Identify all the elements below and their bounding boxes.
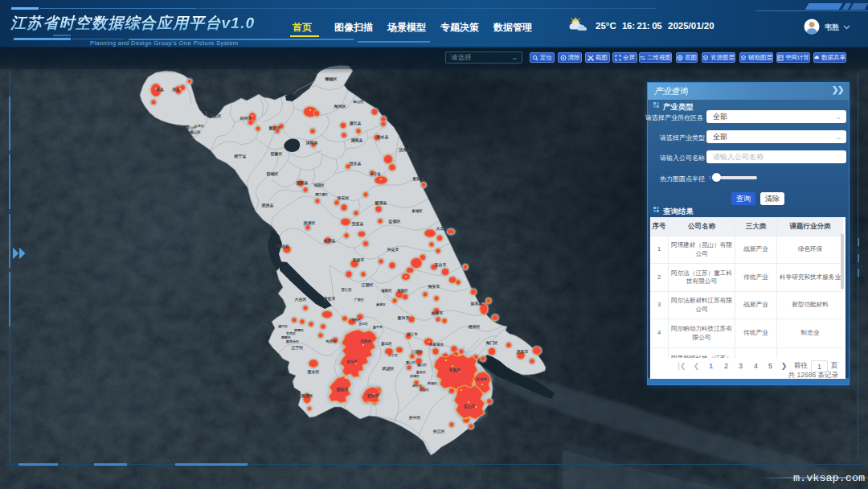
svg-text:如皋市: 如皋市 <box>431 310 444 316</box>
svg-text:邗江区: 邗江区 <box>340 287 352 292</box>
svg-text:贾汪区: 贾汪区 <box>209 113 222 119</box>
svg-text:金坛区: 金坛区 <box>346 359 358 364</box>
svg-text:灌云县: 灌云县 <box>350 121 362 126</box>
svg-text:通州区: 通州区 <box>468 324 481 329</box>
svg-text:海门区: 海门区 <box>485 340 498 346</box>
svg-text:东台市: 东台市 <box>434 262 447 268</box>
svg-text:赣榆区: 赣榆区 <box>325 76 338 82</box>
svg-text:盐都区: 盐都区 <box>388 219 401 224</box>
svg-text:连云区: 连云区 <box>352 99 364 104</box>
svg-text:昆山市: 昆山市 <box>464 404 476 409</box>
svg-text:广陵区: 广陵区 <box>354 298 364 302</box>
svg-text:常熟市: 常熟市 <box>449 368 461 372</box>
svg-text:铜山区: 铜山区 <box>189 129 201 135</box>
svg-text:新沂市: 新沂市 <box>268 125 281 131</box>
svg-text:兴化市: 兴化市 <box>387 247 399 253</box>
svg-text:六合区: 六合区 <box>294 297 307 302</box>
svg-text:泗阳县: 泗阳县 <box>296 180 309 186</box>
svg-text:泰兴市: 泰兴市 <box>397 315 410 321</box>
svg-text:响水县: 响水县 <box>377 134 389 140</box>
svg-text:新北区: 新北区 <box>380 341 392 347</box>
svg-text:海州区: 海州区 <box>334 104 346 109</box>
svg-text:丰县: 丰县 <box>155 87 164 92</box>
svg-text:大丰区: 大丰区 <box>436 226 448 231</box>
svg-text:金湖县: 金湖县 <box>323 238 336 243</box>
svg-text:高淳区: 高淳区 <box>301 393 313 399</box>
svg-text:泗洪县: 泗洪县 <box>261 203 274 208</box>
svg-text:江阴市: 江阴市 <box>411 349 423 355</box>
svg-text:洪泽区: 洪泽区 <box>303 220 316 226</box>
svg-text:盱眙县: 盱眙县 <box>277 244 289 249</box>
svg-text:淮安区: 淮安区 <box>337 195 350 201</box>
svg-text:滨海县: 滨海县 <box>399 147 411 153</box>
svg-text:宝应县: 宝应县 <box>352 221 364 226</box>
svg-text:丹阳市: 丹阳市 <box>359 339 371 344</box>
svg-text:张家港市: 张家港市 <box>429 343 444 347</box>
svg-text:江都区: 江都区 <box>362 282 374 288</box>
svg-text:高邮市: 高邮市 <box>353 257 365 263</box>
svg-text:仪征市: 仪征市 <box>323 296 336 301</box>
svg-text:灌南县: 灌南县 <box>351 138 363 143</box>
svg-text:海安市: 海安市 <box>428 284 440 290</box>
svg-text:邳州市: 邳州市 <box>240 116 252 121</box>
svg-text:宜兴市: 宜兴市 <box>367 393 379 398</box>
svg-text:江宁区: 江宁区 <box>292 345 304 351</box>
svg-text:阜宁县: 阜宁县 <box>370 171 381 177</box>
svg-text:亭湖区: 亭湖区 <box>411 208 423 214</box>
svg-text:虎丘区: 虎丘区 <box>411 384 422 388</box>
svg-text:射阳县: 射阳县 <box>412 176 425 182</box>
svg-text:沛县: 沛县 <box>172 87 180 92</box>
svg-text:溧阳市: 溧阳市 <box>336 387 349 392</box>
svg-text:溧水区: 溧水区 <box>307 369 320 375</box>
svg-text:启东市: 启东市 <box>516 349 529 355</box>
svg-text:海陵区: 海陵区 <box>380 288 392 294</box>
svg-text:相城区: 相城区 <box>427 381 437 385</box>
svg-text:建湖县: 建湖县 <box>375 200 387 206</box>
svg-text:睢宁县: 睢宁县 <box>235 154 247 159</box>
svg-text:滨湖区: 滨湖区 <box>409 374 420 378</box>
svg-text:吴中区: 吴中区 <box>408 415 421 420</box>
svg-text:宿豫区: 宿豫区 <box>270 151 283 157</box>
svg-text:宿城区: 宿城区 <box>266 171 279 177</box>
svg-text:涟水县: 涟水县 <box>349 161 362 166</box>
svg-text:武进区: 武进区 <box>382 366 395 372</box>
svg-text:吴江区: 吴江区 <box>432 429 445 434</box>
svg-text:太仓市: 太仓市 <box>476 377 487 381</box>
svg-text:沭阳县: 沭阳县 <box>305 140 318 146</box>
svg-text:淮阴区: 淮阴区 <box>313 183 325 188</box>
svg-text:如东县: 如东县 <box>470 301 483 306</box>
svg-text:姜堰区: 姜堰区 <box>397 288 408 293</box>
